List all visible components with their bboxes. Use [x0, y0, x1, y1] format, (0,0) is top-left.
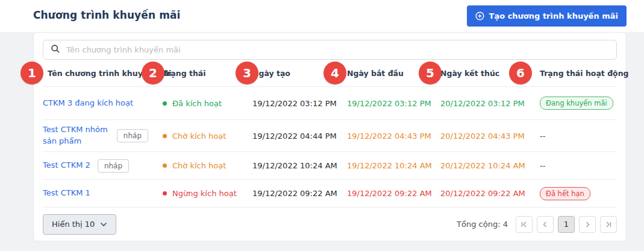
chevron-right-icon: [584, 221, 591, 228]
last-page-icon: [605, 221, 612, 228]
draft-badge: nháp: [117, 129, 148, 142]
table-row: Test CTKM 1 Ngừng kích hoạt 19/12/2022 0…: [43, 180, 617, 208]
table-footer: Hiển thị 10 Tổng cộng: 4: [34, 208, 626, 241]
last-page-button[interactable]: [600, 216, 617, 233]
search-icon: [51, 44, 60, 56]
first-page-icon: [521, 221, 528, 228]
search-input[interactable]: [66, 45, 609, 54]
page-size-select[interactable]: Hiển thị 10: [43, 214, 116, 235]
create-promotion-label: Tạo chương trình khuyến mãi: [489, 11, 618, 21]
callout-2: 2: [142, 62, 164, 84]
callout-3: 3: [236, 62, 258, 84]
created-date: 19/12/2022 03:12 PM: [252, 99, 347, 108]
table-row: Test CTKM 2 nháp Chờ kích hoạt 19/12/202…: [43, 152, 617, 180]
promotions-card: 1 2 3 4 5 6 Tên chương trình khuyến mãi …: [33, 32, 627, 241]
status-text: Đã kích hoạt: [172, 99, 222, 108]
table-row: Test CTKM nhóm sản phẩm nháp Chờ kích ho…: [43, 120, 617, 152]
promotion-link[interactable]: Test CTKM nhóm sản phẩm: [43, 124, 110, 147]
created-date: 19/12/2022 10:24 AM: [252, 161, 347, 170]
activity-empty: --: [540, 161, 617, 170]
promotion-link[interactable]: Test CTKM 1: [43, 188, 90, 199]
search-box: [43, 40, 617, 60]
pagination: Tổng cộng: 4 1: [457, 216, 617, 233]
activity-badge: Đang khuyến mãi: [540, 97, 613, 110]
page-size-label: Hiển thị 10: [52, 220, 95, 229]
prev-page-button[interactable]: [537, 216, 554, 233]
start-date: 19/12/2022 10:24 AM: [347, 161, 440, 170]
status-text: Ngừng kích hoạt: [172, 189, 237, 198]
created-date: 19/12/2022 04:44 PM: [252, 132, 347, 141]
column-header-name: Tên chương trình khuyến mãi: [43, 69, 154, 78]
callout-6: 6: [509, 62, 532, 84]
start-date: 19/12/2022 04:43 PM: [347, 132, 440, 141]
end-date: 20/12/2022 10:24 AM: [440, 161, 540, 170]
plus-circle-icon: [475, 11, 484, 21]
column-header-activity: Trạng thái hoạt động: [540, 69, 629, 78]
total-count-label: Tổng cộng: 4: [457, 220, 508, 229]
table-body: CTKM 3 đang kích hoạt Đã kích hoạt 19/12…: [43, 87, 617, 208]
draft-badge: nháp: [98, 159, 129, 173]
status-dot: [163, 164, 167, 168]
status-dot: [163, 101, 167, 106]
promotion-link[interactable]: Test CTKM 2: [43, 160, 90, 171]
callout-1: 1: [20, 62, 43, 84]
chevron-down-icon: [100, 220, 107, 229]
callout-4: 4: [324, 62, 346, 84]
page-title: Chương trình khuyến mãi: [33, 9, 180, 21]
first-page-button[interactable]: [516, 216, 533, 233]
table-row: CTKM 3 đang kích hoạt Đã kích hoạt 19/12…: [43, 87, 617, 120]
chevron-left-icon: [542, 221, 549, 228]
created-date: 19/12/2022 09:22 AM: [252, 189, 347, 198]
promotion-link[interactable]: CTKM 3 đang kích hoạt: [43, 98, 133, 109]
next-page-button[interactable]: [579, 216, 596, 233]
status-dot: [163, 134, 167, 138]
page-number-button[interactable]: 1: [558, 216, 575, 233]
status-text: Chờ kích hoạt: [172, 161, 226, 170]
status-dot: [163, 191, 167, 195]
callout-5: 5: [419, 62, 442, 84]
activity-empty: --: [540, 132, 617, 141]
start-date: 19/12/2022 03:12 PM: [347, 99, 440, 108]
status-text: Chờ kích hoạt: [172, 132, 226, 141]
table-header-row: 1 2 3 4 5 6 Tên chương trình khuyến mãi …: [43, 60, 617, 87]
create-promotion-button[interactable]: Tạo chương trình khuyến mãi: [467, 5, 627, 27]
end-date: 20/12/2022 03:12 PM: [440, 99, 540, 108]
start-date: 19/12/2022 09:22 AM: [347, 189, 440, 198]
end-date: 20/12/2022 04:43 PM: [440, 132, 540, 141]
activity-badge: Đã hết hạn: [540, 187, 590, 200]
end-date: 20/12/2022 09:22 AM: [440, 189, 540, 198]
